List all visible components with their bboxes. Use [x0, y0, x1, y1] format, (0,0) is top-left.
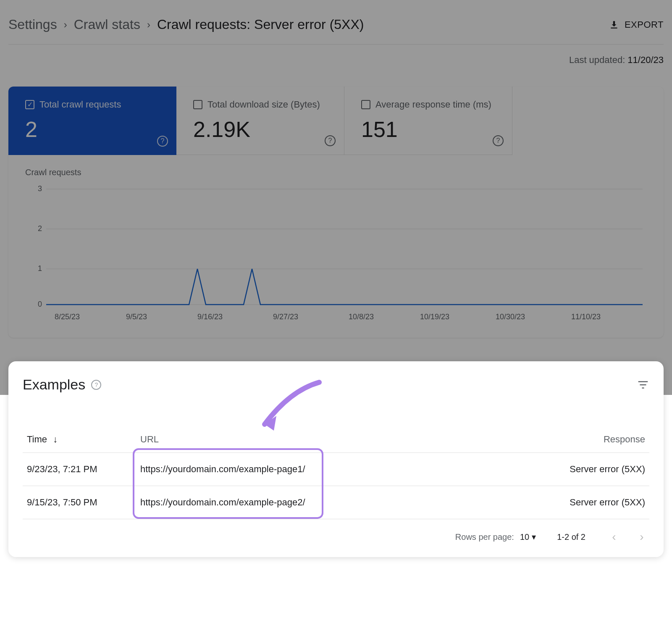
- checkbox-checked-icon: [25, 100, 34, 109]
- help-icon[interactable]: ?: [493, 135, 504, 146]
- cell-url: https://yourdomain.com/example-page1/: [136, 453, 549, 486]
- metric-total-download-size[interactable]: Total download size (Bytes) 2.19K ?: [176, 87, 344, 155]
- sort-desc-arrow-icon: ↓: [53, 434, 58, 444]
- column-header-url[interactable]: URL: [136, 426, 549, 453]
- column-header-response[interactable]: Response: [549, 426, 649, 453]
- help-icon[interactable]: ?: [157, 136, 168, 147]
- header: Settings › Crawl stats › Crawl requests:…: [8, 8, 664, 45]
- chart-title: Crawl requests: [25, 168, 647, 177]
- pager-range: 1-2 of 2: [557, 532, 585, 542]
- metric-value: 2.19K: [193, 117, 331, 142]
- cell-time: 9/15/23, 7:50 PM: [23, 486, 136, 519]
- dropdown-arrow-icon: ▾: [532, 532, 536, 542]
- metric-label: Total download size (Bytes): [207, 99, 320, 110]
- export-label: EXPORT: [625, 19, 664, 30]
- rows-per-page-select[interactable]: 10 ▾: [520, 532, 536, 542]
- svg-text:9/27/23: 9/27/23: [273, 313, 298, 321]
- svg-text:9/5/23: 9/5/23: [126, 313, 147, 321]
- checkbox-icon: [361, 100, 370, 109]
- examples-title: Examples: [23, 376, 85, 393]
- rows-per-page-label: Rows per page:: [455, 532, 514, 542]
- chevron-right-icon: ›: [147, 19, 150, 31]
- cell-time: 9/23/23, 7:21 PM: [23, 453, 136, 486]
- svg-text:10/8/23: 10/8/23: [349, 313, 374, 321]
- table-row[interactable]: 9/15/23, 7:50 PM https://yourdomain.com/…: [23, 486, 649, 519]
- breadcrumb-item-current: Crawl requests: Server error (5XX): [157, 17, 364, 32]
- breadcrumb: Settings › Crawl stats › Crawl requests:…: [8, 17, 364, 32]
- svg-text:1: 1: [38, 264, 42, 273]
- chevron-right-icon: ›: [64, 19, 67, 31]
- breadcrumb-item-settings[interactable]: Settings: [8, 17, 57, 32]
- table-row[interactable]: 9/23/23, 7:21 PM https://yourdomain.com/…: [23, 453, 649, 486]
- crawl-requests-chart: 3 2 1 0 8/25/23 9/5/23 9/16/23 9/27/23 1…: [25, 181, 647, 323]
- cell-response: Server error (5XX): [549, 453, 649, 486]
- next-page-button[interactable]: ›: [634, 529, 649, 544]
- breadcrumb-item-crawl-stats[interactable]: Crawl stats: [74, 17, 140, 32]
- metrics-card: Total crawl requests 2 ? Total download …: [8, 87, 664, 338]
- svg-text:9/16/23: 9/16/23: [197, 313, 223, 321]
- cell-response: Server error (5XX): [549, 486, 649, 519]
- chart-area: Crawl requests 3 2 1 0 8/25/23 9/5/23 9/…: [8, 155, 664, 325]
- metric-label: Average response time (ms): [375, 99, 491, 110]
- prev-page-button[interactable]: ‹: [606, 529, 622, 544]
- pager: Rows per page: 10 ▾ 1-2 of 2 ‹ ›: [23, 519, 649, 544]
- svg-text:2: 2: [38, 224, 42, 233]
- metric-value: 2: [25, 117, 164, 142]
- metric-total-crawl-requests[interactable]: Total crawl requests 2 ?: [8, 87, 176, 155]
- help-icon[interactable]: ?: [325, 135, 336, 146]
- svg-text:10/19/23: 10/19/23: [420, 313, 449, 321]
- svg-text:10/30/23: 10/30/23: [496, 313, 525, 321]
- help-icon[interactable]: ?: [91, 380, 101, 390]
- metric-avg-response-time[interactable]: Average response time (ms) 151 ?: [344, 87, 512, 155]
- svg-text:8/25/23: 8/25/23: [55, 313, 80, 321]
- export-button[interactable]: EXPORT: [609, 19, 664, 30]
- metric-value: 151: [361, 117, 499, 142]
- last-updated: Last updated: 11/20/23: [8, 45, 664, 87]
- column-header-time[interactable]: Time ↓: [23, 426, 136, 453]
- filter-icon[interactable]: [637, 379, 649, 391]
- cell-url: https://yourdomain.com/example-page2/: [136, 486, 549, 519]
- checkbox-icon: [193, 100, 202, 109]
- svg-text:3: 3: [38, 184, 42, 193]
- svg-text:11/10/23: 11/10/23: [571, 313, 601, 321]
- svg-text:0: 0: [38, 300, 42, 308]
- examples-table: Time ↓ URL Response 9/23/23, 7:21 PM htt…: [23, 426, 649, 519]
- examples-card: Examples ? Time ↓ URL Response: [8, 361, 664, 557]
- metric-label: Total crawl requests: [39, 99, 121, 110]
- download-icon: [609, 19, 620, 30]
